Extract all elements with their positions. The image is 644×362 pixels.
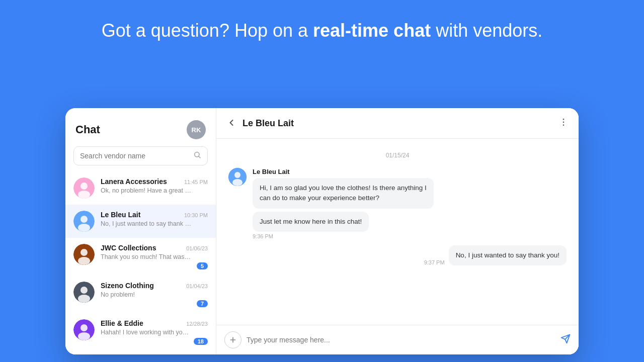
chat-main-header: Le Bleu Lait — [216, 108, 579, 139]
chat-list-header: Chat RK — [65, 108, 216, 146]
chat-item-avatar — [73, 244, 95, 265]
chat-item-name: Ellie & Eddie — [101, 319, 143, 327]
svg-point-12 — [80, 287, 88, 294]
hero-text-normal: Got a question? Hop on a — [102, 20, 308, 41]
chat-item-body: Ellie & Eddie 12/28/23 Hahah! I love wor… — [101, 319, 208, 345]
chat-item-name: Lanera Accessories — [101, 177, 167, 186]
chat-item-top: Ellie & Eddie 12/28/23 — [101, 319, 208, 327]
chat-item-preview: No, I just wanted to say thank you! — [101, 220, 191, 227]
chat-item-body: Sizeno Clothing 01/04/23 No problem! 7 — [101, 282, 208, 307]
chat-item-time: 11:45 PM — [184, 179, 208, 185]
svg-point-9 — [80, 249, 88, 256]
message-bubble-1: Hi, I am so glad you love the clothes! I… — [253, 178, 434, 209]
my-message-bubble: No, I just wanted to say thank you! — [449, 245, 567, 265]
chat-item-body: JWC Collections 01/06/23 Thank you so mu… — [101, 244, 208, 269]
svg-point-17 — [563, 119, 565, 120]
chat-item-preview: Thank you so much! That was very helpful… — [101, 253, 191, 260]
more-options-button[interactable] — [558, 117, 569, 129]
chat-item-time: 12/28/23 — [186, 321, 208, 327]
chat-item-preview: Hahah! I love working with you Sasha! — [101, 329, 191, 336]
my-message-inner: 9:37 PM No, I just wanted to say thank y… — [424, 245, 567, 265]
chat-item-name: JWC Collections — [101, 244, 156, 252]
chat-list-panel: Chat RK Lan — [65, 108, 216, 354]
svg-point-7 — [78, 224, 90, 232]
sender-message-content: Le Bleu Lait Hi, I am so glad you love t… — [253, 168, 567, 209]
svg-point-18 — [563, 122, 565, 123]
user-avatar[interactable]: RK — [187, 120, 206, 139]
hero-headline: Got a question? Hop on a real-time chat … — [0, 0, 644, 58]
svg-point-4 — [78, 191, 90, 199]
attach-button[interactable] — [224, 331, 242, 348]
chat-item-bottom: 5 — [101, 262, 208, 269]
svg-point-3 — [80, 183, 88, 190]
svg-line-1 — [199, 156, 200, 158]
chat-item-preview: Ok, no problem! Have a great day! — [101, 187, 191, 194]
chat-input-bar — [216, 325, 579, 354]
chat-item-bottom: 7 — [101, 300, 208, 307]
chat-list-item[interactable]: Ellie & Eddie 12/28/23 Hahah! I love wor… — [65, 313, 216, 351]
message-sender-row: Le Bleu Lait Hi, I am so glad you love t… — [228, 168, 567, 209]
chat-list-item[interactable]: Le Bleu Lait 10:30 PM No, I just wanted … — [65, 205, 216, 238]
chat-list-title: Chat — [75, 123, 100, 136]
chat-items-list: Lanera Accessories 11:45 PM Ok, no probl… — [65, 171, 216, 354]
sender-avatar — [228, 168, 247, 186]
chat-item-time: 01/06/23 — [186, 245, 208, 251]
message-bubble-2: Just let me know here in this chat! — [253, 212, 369, 232]
svg-point-6 — [80, 216, 88, 223]
message-time-1: 9:36 PM — [253, 233, 567, 239]
chat-item-avatar — [73, 211, 95, 232]
search-input[interactable] — [80, 152, 193, 160]
back-button[interactable] — [226, 118, 236, 129]
svg-point-16 — [78, 332, 90, 340]
search-icon — [193, 151, 201, 161]
message-input[interactable] — [247, 336, 555, 344]
chat-messages: 01/15/24 Le Bleu Lait — [216, 139, 579, 325]
chat-item-top: Sizeno Clothing 01/04/23 — [101, 282, 208, 290]
chat-item-body: Lanera Accessories 11:45 PM Ok, no probl… — [101, 177, 208, 194]
chat-main-vendor-name: Le Bleu Lait — [243, 118, 558, 129]
search-bar[interactable] — [73, 146, 208, 165]
chat-item-name: Le Bleu Lait — [101, 211, 140, 219]
svg-point-10 — [78, 257, 90, 265]
date-divider: 01/15/24 — [228, 152, 567, 159]
chat-list-item[interactable]: JWC Collections 01/06/23 Thank you so mu… — [65, 238, 216, 276]
chat-item-bottom: 18 — [101, 338, 208, 345]
chat-item-time: 10:30 PM — [184, 212, 208, 218]
chat-item-avatar — [73, 177, 95, 199]
app-window: Chat RK Lan — [65, 108, 579, 354]
svg-point-13 — [78, 295, 90, 303]
chat-item-avatar — [73, 282, 95, 303]
chat-item-top: Le Bleu Lait 10:30 PM — [101, 211, 208, 219]
chat-item-body: Le Bleu Lait 10:30 PM No, I just wanted … — [101, 211, 208, 227]
svg-point-22 — [232, 179, 243, 186]
chat-item-name: Sizeno Clothing — [101, 282, 154, 290]
hero-text-end: with vendors. — [436, 20, 542, 41]
send-button[interactable] — [560, 334, 571, 346]
chat-item-top: Lanera Accessories 11:45 PM — [101, 177, 208, 186]
message-group-sender: Le Bleu Lait Hi, I am so glad you love t… — [228, 168, 567, 239]
svg-point-21 — [234, 172, 240, 178]
my-message-time: 9:37 PM — [424, 259, 445, 265]
svg-point-19 — [563, 125, 565, 126]
svg-point-15 — [80, 324, 88, 331]
chat-list-item[interactable]: Sizeno Clothing 01/04/23 No problem! 7 — [65, 276, 216, 313]
chat-item-avatar — [73, 319, 95, 340]
chat-item-time: 01/04/23 — [186, 283, 208, 289]
chat-item-preview: No problem! — [101, 291, 191, 298]
unread-badge: 18 — [194, 338, 208, 345]
chat-main-panel: Le Bleu Lait 01/15/24 — [216, 108, 579, 354]
chat-list-item[interactable]: Lanera Accessories 11:45 PM Ok, no probl… — [65, 171, 216, 205]
chat-item-top: JWC Collections 01/06/23 — [101, 244, 208, 252]
my-message-row: 9:37 PM No, I just wanted to say thank y… — [228, 245, 567, 265]
unread-badge: 7 — [197, 300, 208, 307]
sender-name: Le Bleu Lait — [253, 168, 567, 175]
unread-badge: 5 — [197, 262, 208, 269]
hero-text-bold: real-time chat — [313, 20, 431, 41]
